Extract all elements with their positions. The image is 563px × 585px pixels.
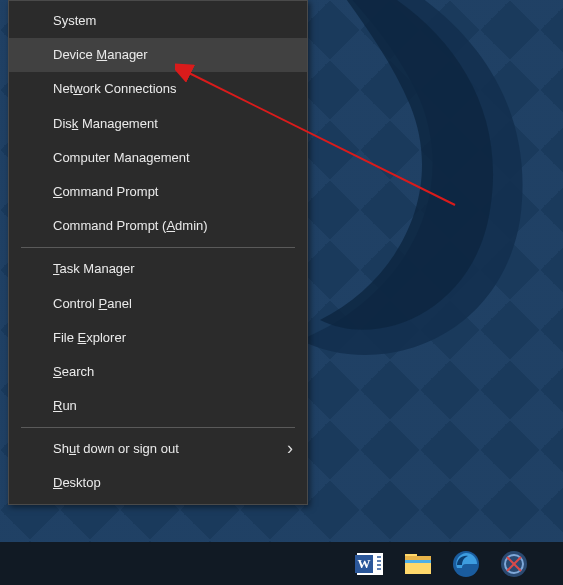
- menu-item-system[interactable]: System: [9, 4, 307, 38]
- menu-item-label: Disk Management: [53, 116, 158, 131]
- menu-item-command-prompt[interactable]: Command Prompt: [9, 175, 307, 209]
- menu-item-shut-down-or-sign-out[interactable]: Shut down or sign out›: [9, 432, 307, 466]
- winx-context-menu: SystemDevice ManagerNetwork ConnectionsD…: [8, 0, 308, 505]
- menu-item-label: Computer Management: [53, 150, 190, 165]
- menu-item-label: System: [53, 13, 96, 28]
- word-icon[interactable]: W: [350, 544, 390, 584]
- menu-separator: [21, 247, 295, 248]
- svg-text:W: W: [358, 556, 371, 571]
- chevron-right-icon: ›: [287, 437, 293, 462]
- menu-item-label: Device Manager: [53, 47, 148, 62]
- menu-item-label: Task Manager: [53, 261, 135, 276]
- menu-item-control-panel[interactable]: Control Panel: [9, 287, 307, 321]
- menu-item-task-manager[interactable]: Task Manager: [9, 252, 307, 286]
- menu-item-label: Desktop: [53, 475, 101, 490]
- menu-separator: [21, 427, 295, 428]
- menu-item-label: Shut down or sign out: [53, 441, 179, 456]
- menu-item-label: Command Prompt: [53, 184, 158, 199]
- menu-item-device-manager[interactable]: Device Manager: [9, 38, 307, 72]
- menu-item-command-prompt-admin[interactable]: Command Prompt (Admin): [9, 209, 307, 243]
- svg-rect-12: [405, 556, 431, 560]
- menu-item-network-connections[interactable]: Network Connections: [9, 72, 307, 106]
- edge-icon[interactable]: [446, 544, 486, 584]
- menu-item-disk-management[interactable]: Disk Management: [9, 107, 307, 141]
- menu-item-desktop[interactable]: Desktop: [9, 466, 307, 500]
- taskbar: W: [0, 542, 563, 585]
- file-explorer-icon[interactable]: [398, 544, 438, 584]
- menu-item-label: Control Panel: [53, 296, 132, 311]
- menu-item-file-explorer[interactable]: File Explorer: [9, 321, 307, 355]
- menu-item-label: Command Prompt (Admin): [53, 218, 208, 233]
- menu-item-label: File Explorer: [53, 330, 126, 345]
- menu-item-label: Run: [53, 398, 77, 413]
- menu-item-label: Network Connections: [53, 81, 177, 96]
- menu-item-computer-management[interactable]: Computer Management: [9, 141, 307, 175]
- svg-rect-11: [405, 560, 431, 563]
- menu-item-search[interactable]: Search: [9, 355, 307, 389]
- menu-item-label: Search: [53, 364, 94, 379]
- snip-icon[interactable]: [494, 544, 534, 584]
- menu-item-run[interactable]: Run: [9, 389, 307, 423]
